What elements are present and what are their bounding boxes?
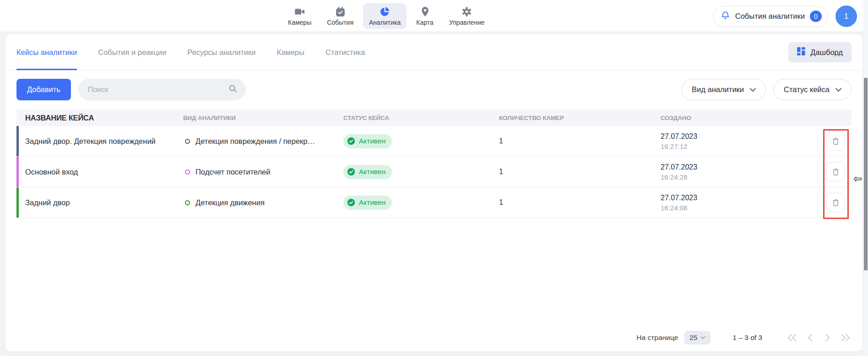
- scrollbar-thumb[interactable]: [864, 78, 868, 270]
- prev-page-icon[interactable]: [804, 332, 816, 344]
- search-icon[interactable]: [228, 84, 238, 95]
- nav-item-analytics[interactable]: Аналитика: [363, 3, 407, 29]
- search-box: [78, 79, 246, 100]
- created-date: 27.07.2023: [661, 194, 819, 202]
- chevron-down-icon: [749, 85, 756, 94]
- table-header: НАЗВАНИЕ КЕЙСА ВИД АНАЛИТИКИ СТАТУС КЕЙС…: [16, 110, 852, 126]
- tab-analytics-cases[interactable]: Кейсы аналитики: [16, 34, 77, 70]
- avatar[interactable]: 1: [835, 5, 857, 27]
- nav-item-events[interactable]: События: [321, 3, 359, 29]
- check-circle-icon: [347, 137, 355, 145]
- events-button-label: События аналитики: [735, 12, 805, 21]
- chevron-down-icon: [835, 85, 842, 94]
- gear-icon: [461, 6, 472, 17]
- cases-table: НАЗВАНИЕ КЕЙСА ВИД АНАЛИТИКИ СТАТУС КЕЙС…: [5, 100, 863, 218]
- status-label: Активен: [359, 137, 385, 145]
- add-button[interactable]: Добавить: [16, 79, 71, 100]
- created-cell: 27.07.2023 16:24:08: [661, 194, 819, 212]
- next-page-icon[interactable]: [822, 332, 834, 344]
- analytics-type-cell: Детекция движения: [183, 198, 343, 207]
- status-badge: Активен: [343, 165, 392, 179]
- actions-cell: [819, 162, 852, 181]
- search-input[interactable]: [88, 86, 223, 94]
- delete-button[interactable]: [826, 193, 845, 212]
- tab-statistics[interactable]: Статистика: [326, 34, 365, 70]
- camera-count: 1: [499, 137, 661, 145]
- analytics-type-label: Подсчет посетителей: [195, 168, 271, 176]
- case-name: Основной вход: [16, 168, 183, 176]
- created-time: 16:24:28: [661, 173, 819, 181]
- case-name: Задний двор: [16, 198, 183, 207]
- check-circle-icon: [347, 198, 355, 207]
- trash-icon: [831, 198, 840, 207]
- calendar-check-icon: [335, 6, 346, 17]
- analytics-type-dot-icon: [185, 139, 190, 144]
- per-page-select[interactable]: 25: [684, 331, 711, 345]
- nav-item-label: Камеры: [288, 19, 311, 26]
- nav-item-management[interactable]: Управление: [443, 3, 491, 29]
- tab-cameras[interactable]: Камеры: [277, 34, 304, 70]
- top-right-controls: События аналитики 0 1: [713, 5, 857, 27]
- filter-case-status[interactable]: Статус кейса: [773, 79, 852, 100]
- status-badge: Активен: [343, 196, 392, 210]
- analytics-events-button[interactable]: События аналитики 0: [713, 6, 828, 27]
- row-color-bar: [16, 187, 19, 218]
- per-page-label: На странице: [636, 334, 678, 342]
- status-label: Активен: [359, 198, 385, 207]
- toolbar: Добавить Вид аналитики Статус кейса: [5, 71, 863, 100]
- chevron-down-icon: [700, 336, 705, 340]
- delete-button[interactable]: [826, 131, 845, 151]
- actions-cell: [819, 193, 852, 212]
- row-color-bar: [16, 157, 19, 187]
- nav-item-label: Управление: [449, 19, 485, 26]
- pagination-arrows: [786, 332, 852, 344]
- status-label: Активен: [359, 168, 385, 176]
- column-header-analytics-type: ВИД АНАЛИТИКИ: [183, 115, 343, 121]
- filter-label: Статус кейса: [784, 85, 830, 94]
- dashboard-grid-icon: [797, 47, 805, 57]
- filter-analytics-type[interactable]: Вид аналитики: [681, 79, 766, 100]
- nav-item-cameras[interactable]: Камеры: [282, 3, 317, 29]
- table-row[interactable]: Задний двор. Детекция повреждений Детекц…: [16, 126, 852, 157]
- nav-item-label: Аналитика: [369, 19, 401, 26]
- nav-item-map[interactable]: Карта: [410, 3, 439, 29]
- table-row[interactable]: Задний двор Детекция движения Активен 1 …: [16, 187, 852, 218]
- page-range: 1 – 3 of 3: [732, 334, 762, 342]
- events-count-badge: 0: [810, 11, 822, 22]
- tab-analytics-resources[interactable]: Ресурсы аналитики: [187, 34, 255, 70]
- map-pin-icon: [419, 6, 431, 17]
- created-date: 27.07.2023: [661, 132, 819, 141]
- analytics-panel: Кейсы аналитики События и реакции Ресурс…: [5, 34, 863, 351]
- column-header-case-status: СТАТУС КЕЙСА: [343, 115, 499, 121]
- status-cell: Активен: [343, 196, 499, 210]
- filters: Вид аналитики Статус кейса: [681, 79, 852, 100]
- trash-icon: [831, 137, 840, 146]
- tab-bar: Кейсы аналитики События и реакции Ресурс…: [5, 34, 863, 71]
- last-page-icon[interactable]: [840, 332, 852, 344]
- actions-cell: [819, 131, 852, 151]
- vertical-scrollbar[interactable]: [863, 0, 868, 356]
- pagination: На странице 25 1 – 3 of 3: [5, 331, 863, 351]
- created-cell: 27.07.2023 16:24:28: [661, 163, 819, 181]
- camera-count: 1: [499, 168, 661, 176]
- column-header-case-name: НАЗВАНИЕ КЕЙСА: [16, 114, 183, 122]
- check-circle-icon: [347, 168, 355, 176]
- column-header-camera-count: КОЛИЧЕСТВО КАМЕР: [499, 115, 661, 121]
- first-page-icon[interactable]: [786, 332, 798, 344]
- tab-events-reactions[interactable]: События и реакции: [98, 34, 166, 70]
- column-header-created: СОЗДАНО: [661, 115, 819, 121]
- analytics-type-label: Детекция движения: [195, 198, 265, 207]
- table-row[interactable]: Основной вход Подсчет посетителей Активе…: [16, 157, 852, 187]
- analytics-type-label: Детекция повреждения / перекр…: [195, 137, 315, 146]
- main-nav: Камеры События Аналитика Карта Управлени…: [282, 0, 491, 32]
- analytics-type-dot-icon: [185, 170, 190, 175]
- nav-item-label: События: [327, 19, 353, 26]
- analytics-type-cell: Детекция повреждения / перекр…: [183, 137, 343, 146]
- dashboard-button[interactable]: Дашборд: [788, 42, 852, 62]
- status-badge: Активен: [343, 134, 392, 148]
- created-time: 16:24:08: [661, 204, 819, 212]
- video-camera-icon: [294, 6, 305, 17]
- analytics-type-cell: Подсчет посетителей: [183, 168, 343, 176]
- created-date: 27.07.2023: [661, 163, 819, 171]
- delete-button[interactable]: [826, 162, 845, 181]
